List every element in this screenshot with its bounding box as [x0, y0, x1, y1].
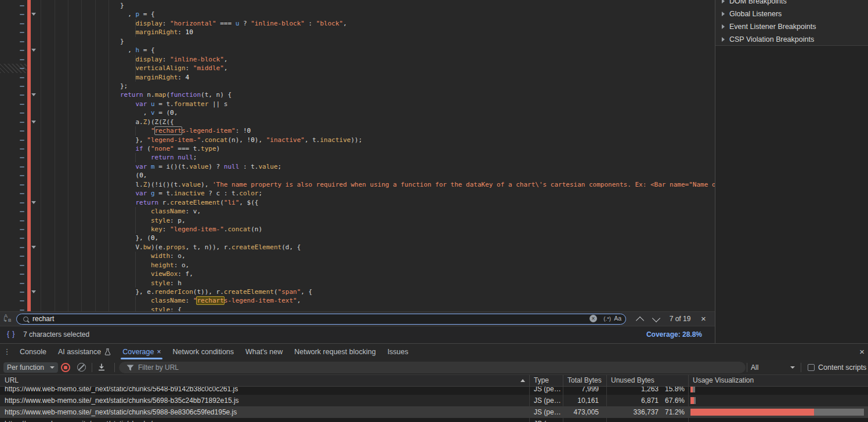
source-editor[interactable]: } , p = { display: "horizontal" === u ? …: [0, 0, 715, 311]
code-token: return: [151, 154, 174, 161]
find-next-button[interactable]: [652, 314, 660, 322]
coverage-scope-select[interactable]: Per function: [3, 362, 58, 373]
code-token: )(!i()(t.: [147, 181, 182, 188]
table-row[interactable]: https://www.web-memo.site/_next/static/c…: [0, 395, 868, 406]
code-token: = t.: [155, 190, 174, 197]
code-line: className: v,: [0, 207, 715, 216]
code-line: style: {: [0, 305, 715, 311]
clear-search-icon[interactable]: ×: [589, 315, 597, 322]
cell-url: https://www.web-memo.site/_next/static/c…: [5, 406, 525, 418]
line-marker-dash: [20, 274, 24, 275]
line-marker-dash: [20, 94, 24, 96]
column-header-type[interactable]: Type: [534, 376, 549, 384]
code-line: V.bw)(e.props, t, n)), r.createElement(d…: [0, 243, 715, 252]
code-token: "block": [316, 20, 343, 27]
toolbar-divider: [801, 363, 801, 372]
code-token: )(e.: [151, 243, 167, 251]
tab-close-icon[interactable]: ×: [157, 348, 161, 356]
line-marker-dash: [20, 166, 24, 168]
replace-toggle-icon[interactable]: A ↳ B: [3, 314, 15, 325]
pretty-print-icon[interactable]: { }: [7, 330, 15, 338]
code-token: 0: [139, 172, 143, 179]
code-token: ;: [258, 190, 262, 197]
drawer-tabbar: ⋮ ConsoleAI assistanceCoverage×Network c…: [0, 344, 868, 360]
tab-coverage[interactable]: Coverage×: [117, 344, 167, 360]
more-tabs-icon[interactable]: ⋮: [0, 344, 14, 360]
sidebar-section-csp-violation-breakpoints[interactable]: CSP Violation Breakpoints: [715, 33, 868, 46]
scope-select-label: Per function: [7, 363, 44, 372]
sidebar-section-global-listeners[interactable]: Global Listeners: [715, 8, 868, 20]
fold-toggle-icon[interactable]: [31, 93, 36, 96]
line-marker-dash: [20, 202, 24, 203]
code-token: type: [201, 145, 216, 152]
code-token: 0: [247, 127, 251, 134]
cell-type: JS (pe…: [534, 406, 560, 418]
fold-toggle-icon[interactable]: [31, 49, 36, 52]
fold-toggle-icon[interactable]: [31, 290, 36, 293]
tab-ai-assistance[interactable]: AI assistance: [52, 344, 117, 360]
used-bar-segment: [814, 409, 864, 416]
clear-coverage-button[interactable]: [77, 363, 86, 372]
code-token: n.: [143, 91, 155, 99]
tab-issues[interactable]: Issues: [382, 344, 414, 360]
code-token: value: [182, 181, 201, 188]
tab-label: What's new: [245, 348, 283, 356]
code-token: :: [186, 64, 193, 72]
code-token: renderIcon: [155, 288, 193, 296]
content-scripts-checkbox[interactable]: [808, 364, 815, 371]
fold-toggle-icon[interactable]: [31, 201, 36, 204]
export-coverage-button[interactable]: [97, 363, 106, 371]
cell-type: JS (pe…: [534, 387, 560, 395]
column-header-usage-visualization[interactable]: Usage Visualization: [693, 376, 754, 384]
stop-recording-button[interactable]: [61, 363, 70, 372]
code-line: style: h: [0, 279, 715, 288]
chevron-right-icon: [722, 24, 725, 29]
regex-toggle[interactable]: (.*): [603, 315, 611, 322]
line-marker-dash: [20, 211, 24, 212]
code-token: bw: [143, 243, 151, 251]
code-token: createElement: [232, 243, 281, 251]
code-token: : h: [170, 279, 182, 287]
chevron-right-icon: [722, 0, 725, 3]
coverage-table-header[interactable]: URLTypeTotal BytesUnused BytesUsage Visu…: [0, 375, 868, 387]
table-row[interactable]: https://www.web-memo.site/_next/static/c…: [0, 387, 868, 395]
code-token: ,: [120, 109, 151, 117]
code-token: , t.: [305, 136, 320, 144]
fold-toggle-icon[interactable]: [31, 13, 36, 16]
column-header-total-bytes[interactable]: Total Bytes: [567, 376, 602, 384]
code-line: var u = t.formatter || s: [0, 100, 715, 108]
usage-bar: [690, 387, 695, 392]
fold-toggle-icon[interactable]: [31, 246, 36, 249]
tab-console[interactable]: Console: [14, 344, 52, 360]
drawer-close-button[interactable]: ×: [859, 347, 865, 356]
tab-network-request-blocking[interactable]: Network request blocking: [288, 344, 381, 360]
find-input[interactable]: [32, 314, 578, 323]
tab-label: Issues: [388, 348, 408, 356]
type-filter-select[interactable]: All: [751, 362, 795, 373]
table-row[interactable]: https://www.web-memo.site/_next/static/c…: [0, 418, 868, 422]
line-marker-dash: [20, 238, 24, 239]
sidebar-section-dom-breakpoints[interactable]: DOM Breakpoints: [715, 0, 868, 8]
fold-toggle-icon[interactable]: [31, 121, 36, 123]
table-row[interactable]: https://www.web-memo.site/_next/static/c…: [0, 406, 868, 418]
find-previous-button[interactable]: [636, 316, 644, 325]
url-filter-input[interactable]: Filter by URL: [119, 362, 746, 373]
tab-label: AI assistance: [58, 348, 101, 356]
match-case-toggle[interactable]: Aa: [614, 315, 621, 322]
breakpoint-sections: DOM BreakpointsGlobal ListenersEvent Lis…: [715, 0, 868, 46]
column-header-unused-bytes[interactable]: Unused Bytes: [611, 376, 654, 384]
find-close-button[interactable]: ×: [701, 314, 706, 323]
column-header-url[interactable]: URL: [5, 376, 19, 384]
sidebar-section-event-listener-breakpoints[interactable]: Event Listener Breakpoints: [715, 20, 868, 33]
sidebar-section-label: CSP Violation Breakpoints: [729, 35, 814, 43]
code-line: }: [0, 1, 715, 10]
tab-network-conditions[interactable]: Network conditions: [167, 344, 240, 360]
coverage-table-body: https://www.web-memo.site/_next/static/c…: [0, 387, 868, 422]
code-line: , h = {: [0, 46, 715, 54]
code-token: ===: [216, 20, 236, 27]
unused-bar-segment: [690, 409, 814, 416]
coverage-percent-link[interactable]: Coverage: 28.8%: [646, 330, 702, 339]
tab-whats-new[interactable]: What's new: [240, 344, 288, 360]
code-token: ,: [224, 64, 228, 72]
line-marker-dash: [20, 122, 24, 123]
